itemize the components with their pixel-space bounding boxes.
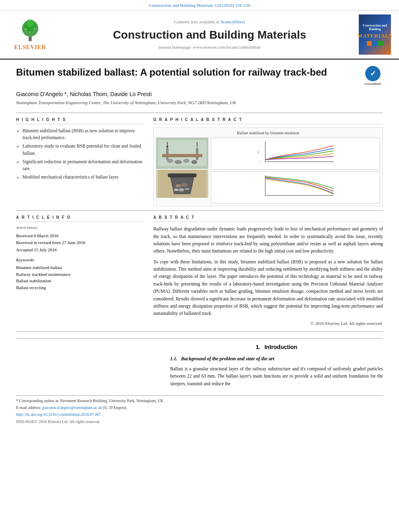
sciencedirect-line: Contents lists available at ScienceDirec… (60, 19, 359, 25)
elsevier-tree-icon (14, 18, 46, 42)
journal-reference-text: Construction and Building Materials 124 … (148, 3, 250, 8)
svg-point-11 (167, 159, 173, 163)
highlights-graphical-row: H I G H L I G H T S Bitumen stabilized b… (16, 117, 383, 206)
introduction-section: 1. Introduction 1.1. Background of the p… (16, 338, 383, 387)
doi-line: http://dx.doi.org/10.1016/j.conbuildmat.… (16, 412, 383, 417)
svg-text:Def: Def (258, 150, 260, 154)
graphical-abstract-box: Ballast stabilised by bitumen emulsion (153, 127, 383, 206)
authors-text: Giacomo D'Angelo *, Nicholas Thom, David… (16, 91, 152, 97)
ga-photo-1 (156, 138, 208, 169)
article-title-row: Bitumen stabilized ballast: A potential … (16, 66, 383, 86)
abstract-label: A B S T R A C T (153, 215, 383, 222)
authors-line: Giacomo D'Angelo *, Nicholas Thom, David… (16, 90, 383, 99)
svg-point-12 (175, 160, 182, 164)
svg-rect-10 (162, 154, 202, 157)
cover-materials-text: MATERIALS (358, 32, 393, 39)
crossmark-container: ✓ CrossMark (363, 66, 383, 86)
ga-images-row: 0 Def (156, 138, 380, 203)
copyright-text: © 2016 Elsevier Ltd. All rights reserved… (153, 320, 383, 327)
cover-title-text: Construction and Building (360, 24, 389, 31)
divider-3 (16, 331, 383, 332)
keywords-section: Keywords: Bitumen stabilized ballast Rai… (16, 257, 144, 291)
highlights-list: Bitumen stabilized ballast (BSB) as new … (16, 127, 144, 181)
svg-point-6 (29, 32, 30, 33)
ga-image-left (156, 138, 208, 198)
abstract-column: A B S T R A C T Railway ballast degradat… (153, 215, 383, 327)
graphical-abstract-column: G R A P H I C A L A B S T R A C T Ballas… (153, 117, 383, 206)
svg-point-23 (174, 189, 179, 191)
email-person: (G. D'Angelo). (103, 405, 128, 410)
intro-paragraph-1: Ballast is a granular structural layer o… (170, 365, 383, 387)
svg-point-22 (185, 188, 189, 190)
email-label: E-mail address: (16, 405, 41, 410)
sciencedirect-link[interactable]: ScienceDirect (220, 19, 245, 24)
crossmark-icon: ✓ (365, 66, 380, 81)
svg-rect-0 (29, 37, 31, 41)
svg-point-21 (179, 188, 184, 191)
highlight-item-1: Bitumen stabilized ballast (BSB) as new … (23, 127, 144, 142)
revised-date: Received in revised form 27 June 2016 (16, 240, 144, 246)
svg-point-20 (181, 183, 187, 187)
info-abstract-row: A R T I C L E I N F O Article history: R… (16, 215, 383, 327)
elsevier-brand-label: ELSEVIER (14, 43, 46, 51)
ga-chart-1: 0 Def (211, 138, 380, 170)
highlights-label: H I G H L I G H T S (16, 117, 144, 124)
journal-reference-bar: Construction and Building Materials 124 … (0, 0, 399, 10)
journal-center: Contents lists available at ScienceDirec… (60, 19, 359, 50)
doi-link[interactable]: http://dx.doi.org/10.1016/j.conbuildmat.… (16, 412, 101, 417)
highlight-item-4: Modified mechanical characteristics of b… (23, 174, 144, 181)
keyword-1: Bitumen stabilized ballast (16, 264, 144, 271)
journal-title: Construction and Building Materials (60, 27, 359, 43)
footnotes-section: * Corresponding author at: Pavement Rese… (16, 395, 383, 425)
article-info-label: A R T I C L E I N F O (16, 215, 144, 222)
ga-subtitle: Ballast stabilised by bitumen emulsion (237, 130, 299, 136)
received-date: Received 8 March 2016 (16, 233, 144, 239)
abstract-text: Railway ballast degradation under dynami… (153, 225, 383, 317)
crossmark-label: CrossMark (364, 82, 381, 86)
journal-homepage: journal homepage: www.elsevier.com/locat… (60, 44, 359, 50)
svg-rect-7 (158, 140, 206, 166)
intro-heading: 1. Introduction (170, 343, 383, 351)
main-content: Bitumen stabilized ballast: A potential … (0, 60, 399, 433)
keyword-4: Ballast recycling (16, 284, 144, 291)
divider-1 (16, 113, 383, 113)
article-title-text: Bitumen stabilized ballast: A potential … (16, 66, 359, 78)
issn-legal: 0950-0618/© 2016 Elsevier Ltd. All right… (16, 419, 383, 425)
keyword-2: Railway trackbed maintenance (16, 271, 144, 278)
ga-right-charts: 0 Def (211, 138, 380, 203)
intro-content: 1. Introduction 1.1. Background of the p… (170, 343, 383, 387)
journal-cover-image: Construction and Building MATERIALS (359, 14, 391, 55)
highlight-item-3: Significant reduction in permanent defor… (23, 158, 144, 173)
corresponding-author-note: * Corresponding author at: Pavement Rese… (16, 398, 383, 404)
highlights-column: H I G H L I G H T S Bitumen stabilized b… (16, 117, 144, 206)
svg-point-19 (175, 184, 181, 187)
elsevier-logo: ELSEVIER (8, 18, 52, 51)
abstract-paragraph-1: Railway ballast degradation under dynami… (153, 225, 383, 255)
journal-header: ELSEVIER Contents lists available at Sci… (0, 10, 399, 60)
ga-photo-2 (156, 170, 208, 198)
svg-point-14 (191, 160, 197, 164)
keyword-3: Ballast stabilization (16, 277, 144, 284)
abstract-paragraph-2: To cope with these limitations, in this … (153, 258, 383, 317)
article-history-label: Article history: (16, 225, 144, 230)
svg-point-13 (183, 159, 189, 163)
intro-subheading: 1.1. Background of the problem and state… (170, 355, 383, 363)
highlight-item-2: Laboratory study to evaluate BSB potenti… (23, 143, 144, 157)
svg-point-3 (27, 20, 34, 27)
affiliation-text: Nottingham Transportation Engineering Ce… (16, 100, 383, 106)
svg-point-5 (34, 28, 35, 29)
email-link[interactable]: giacomo.d'angelo@nottingham.ac.uk (42, 405, 102, 410)
svg-point-4 (25, 29, 27, 30)
svg-rect-18 (168, 174, 196, 177)
graphical-abstract-label: G R A P H I C A L A B S T R A C T (153, 117, 383, 124)
divider-2 (16, 210, 383, 211)
email-note: E-mail address: giacomo.d'angelo@notting… (16, 405, 383, 411)
ga-chart-2 (211, 171, 380, 203)
keywords-label: Keywords: (16, 257, 144, 263)
article-info-column: A R T I C L E I N F O Article history: R… (16, 215, 144, 327)
accepted-date: Accepted 15 July 2016 (16, 247, 144, 253)
